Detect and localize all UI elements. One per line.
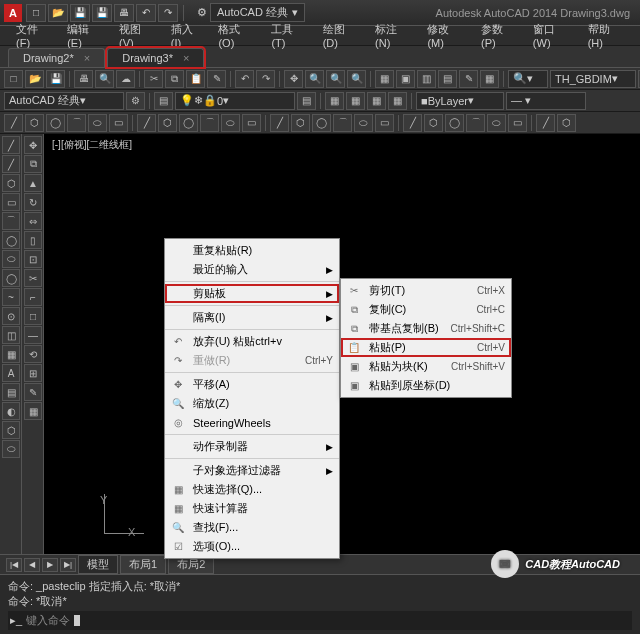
tool-icon[interactable]: ▭ <box>242 114 261 132</box>
linetype-dropdown[interactable]: — ▾ <box>506 92 586 110</box>
context-menu-item[interactable]: 最近的输入▶ <box>165 260 339 279</box>
context-menu-item[interactable]: ↶放弃(U) 粘贴ctrl+v <box>165 332 339 351</box>
pan-icon[interactable]: ✥ <box>284 70 303 88</box>
layer-prev-icon[interactable]: ▤ <box>297 92 316 110</box>
calc-icon[interactable]: ▦ <box>480 70 499 88</box>
tool-icon[interactable]: ⬡ <box>2 174 20 192</box>
menu-item[interactable]: 参数(P) <box>473 20 525 51</box>
document-tab[interactable]: Drawing2*× <box>8 48 105 67</box>
undo-icon[interactable]: ↶ <box>235 70 254 88</box>
close-icon[interactable]: × <box>183 52 189 64</box>
open-icon[interactable]: 📂 <box>25 70 44 88</box>
cut-icon[interactable]: ✂ <box>144 70 163 88</box>
context-menu-item[interactable]: ▣粘贴到原坐标(D) <box>341 376 511 395</box>
tool-icon[interactable]: ↻ <box>24 193 42 211</box>
qat-open-icon[interactable]: 📂 <box>48 4 68 22</box>
plot-icon[interactable]: 🖶 <box>74 70 93 88</box>
publish-icon[interactable]: ☁ <box>116 70 135 88</box>
layout-nav-button[interactable]: |◀ <box>6 558 22 572</box>
tool-icon[interactable]: □ <box>24 307 42 325</box>
menu-item[interactable]: 插入(I) <box>163 20 211 51</box>
tool-icon[interactable]: ✂ <box>24 269 42 287</box>
preview-icon[interactable]: 🔍 <box>95 70 114 88</box>
context-menu-item[interactable]: 剪贴板▶ <box>165 284 339 303</box>
menu-item[interactable]: 绘图(D) <box>315 20 367 51</box>
match-icon[interactable]: ✎ <box>207 70 226 88</box>
tool-icon[interactable]: ▭ <box>508 114 527 132</box>
autocad-logo-icon[interactable]: A <box>4 4 22 22</box>
dc-icon[interactable]: ▣ <box>396 70 415 88</box>
layer-dropdown[interactable]: 💡❄🔒 0 ▾ <box>175 92 295 110</box>
context-menu-item[interactable]: 子对象选择过滤器▶ <box>165 461 339 480</box>
menu-item[interactable]: 窗口(W) <box>525 20 580 51</box>
menu-item[interactable]: 文件(F) <box>8 20 59 51</box>
qat-new-icon[interactable]: □ <box>26 4 46 22</box>
redo-icon[interactable]: ↷ <box>256 70 275 88</box>
zoom-win-icon[interactable]: 🔍 <box>326 70 345 88</box>
menu-item[interactable]: 编辑(E) <box>59 20 111 51</box>
menu-item[interactable]: 标注(N) <box>367 20 419 51</box>
tool-icon[interactable]: ▯ <box>24 231 42 249</box>
layout-tab[interactable]: 布局1 <box>120 555 166 574</box>
markup-icon[interactable]: ✎ <box>459 70 478 88</box>
tool-icon[interactable]: ◯ <box>2 269 20 287</box>
tool-icon[interactable]: ▦ <box>2 345 20 363</box>
zoom-rt-icon[interactable]: 🔍 <box>305 70 324 88</box>
command-line[interactable]: 命令: _pasteclip 指定插入点: *取消* 命令: *取消* ▸_ 键… <box>0 574 640 634</box>
layout-tab[interactable]: 模型 <box>78 555 118 574</box>
tool-icon[interactable]: ⟲ <box>24 345 42 363</box>
tool-icon[interactable]: ⬭ <box>2 250 20 268</box>
tool-icon[interactable]: ◯ <box>2 231 20 249</box>
tool-icon[interactable]: ▲ <box>24 174 42 192</box>
tool-icon[interactable]: ▦ <box>24 402 42 420</box>
menu-item[interactable]: 帮助(H) <box>580 20 632 51</box>
tool-icon[interactable]: ✥ <box>24 136 42 154</box>
tool-icon[interactable]: ⬭ <box>221 114 240 132</box>
tool-icon[interactable]: ~ <box>2 288 20 306</box>
tool-icon[interactable]: ◯ <box>46 114 65 132</box>
gear-icon[interactable]: ⚙ <box>126 92 145 110</box>
menu-item[interactable]: 修改(M) <box>419 20 473 51</box>
sheet-icon[interactable]: ▤ <box>438 70 457 88</box>
menu-item[interactable]: 视图(V) <box>111 20 163 51</box>
qat-plot-icon[interactable]: 🖶 <box>114 4 134 22</box>
context-menu-item[interactable]: 📋粘贴(P)Ctrl+V <box>341 338 511 357</box>
tool-icon[interactable]: ⇔ <box>24 212 42 230</box>
tool-icon[interactable]: ⊞ <box>24 364 42 382</box>
context-menu-item[interactable]: ▦快速选择(Q)... <box>165 480 339 499</box>
layout-nav-button[interactable]: ▶ <box>42 558 58 572</box>
context-menu-item[interactable]: 隔离(I)▶ <box>165 308 339 327</box>
tool-icon[interactable]: A <box>2 364 20 382</box>
tool-icon[interactable]: ▭ <box>2 193 20 211</box>
tool-icon[interactable]: ◐ <box>2 402 20 420</box>
context-menu-item[interactable]: 🔍查找(F)... <box>165 518 339 537</box>
tool-icon[interactable]: ⬡ <box>424 114 443 132</box>
context-menu-item[interactable]: ▦快速计算器 <box>165 499 339 518</box>
context-menu-item[interactable]: 动作录制器▶ <box>165 437 339 456</box>
tool-palette-icon[interactable]: ▥ <box>417 70 436 88</box>
props-icon[interactable]: ▦ <box>375 70 394 88</box>
tool-icon[interactable]: ⬭ <box>354 114 373 132</box>
tool-icon[interactable]: ╱ <box>270 114 289 132</box>
lp3-icon[interactable]: ▦ <box>367 92 386 110</box>
copy-icon[interactable]: ⧉ <box>165 70 184 88</box>
context-menu-item[interactable]: ⧉复制(C)Ctrl+C <box>341 300 511 319</box>
tool-icon[interactable]: ⌒ <box>67 114 86 132</box>
qat-save-icon[interactable]: 💾 <box>70 4 90 22</box>
context-menu-item[interactable]: ✂剪切(T)Ctrl+X <box>341 281 511 300</box>
new-icon[interactable]: □ <box>4 70 23 88</box>
color-dropdown[interactable]: ■ ByLayer ▾ <box>416 92 504 110</box>
tool-icon[interactable]: ▭ <box>109 114 128 132</box>
tool-icon[interactable]: ◯ <box>445 114 464 132</box>
tool-icon[interactable]: ╱ <box>2 136 20 154</box>
tool-icon[interactable]: ▭ <box>375 114 394 132</box>
context-menu-item[interactable]: ⧉带基点复制(B)Ctrl+Shift+C <box>341 319 511 338</box>
tool-icon[interactable]: ◯ <box>312 114 331 132</box>
tool-icon[interactable]: ⬭ <box>88 114 107 132</box>
tool-icon[interactable]: ⬡ <box>25 114 44 132</box>
tool-icon[interactable]: ╱ <box>536 114 555 132</box>
tool-icon[interactable]: ▤ <box>2 383 20 401</box>
tool-icon[interactable]: ⌒ <box>466 114 485 132</box>
tool-icon[interactable]: ⬡ <box>158 114 177 132</box>
tool-icon[interactable]: ⬭ <box>2 440 20 458</box>
